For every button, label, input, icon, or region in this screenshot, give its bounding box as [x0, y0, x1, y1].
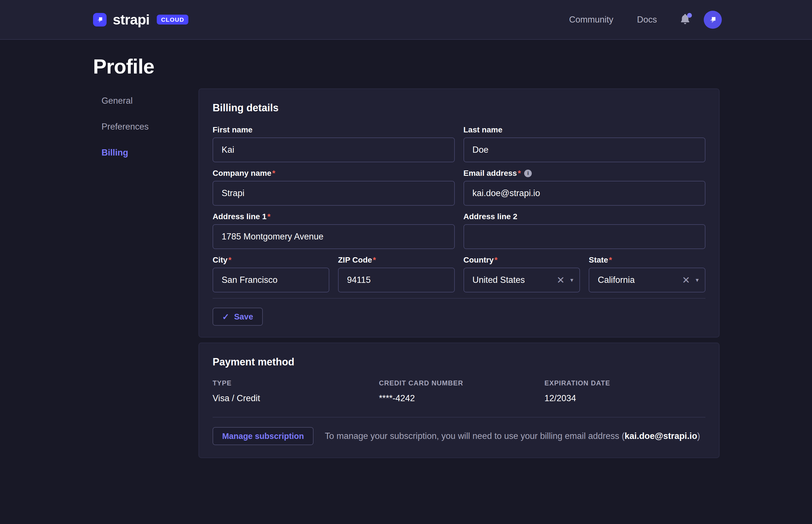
profile-side-nav: General Preferences Billing [93, 78, 198, 174]
chevron-down-icon[interactable]: ▾ [570, 277, 573, 283]
country-select-value: United States [473, 275, 525, 285]
state-select-value: California [598, 275, 635, 285]
sidebar-item-billing[interactable]: Billing [101, 148, 198, 158]
required-marker: * [373, 256, 376, 264]
notification-dot [687, 13, 692, 18]
main-column: Billing details First name Last name [198, 78, 719, 458]
company-name-label: Company name* [212, 168, 455, 178]
first-name-label: First name [212, 125, 455, 135]
field-company-name: Company name* [212, 168, 455, 206]
billing-email: kai.doe@strapi.io [624, 431, 697, 441]
field-address-line-2: Address line 2 [463, 212, 706, 249]
navbar: strapi CLOUD Community Docs [0, 0, 812, 40]
required-marker: * [495, 256, 498, 264]
nav-link-docs[interactable]: Docs [637, 15, 657, 25]
user-avatar[interactable] [704, 11, 722, 29]
brand-wordmark: strapi [113, 12, 149, 28]
state-label: State* [589, 255, 705, 265]
required-marker: * [272, 169, 275, 178]
payment-type-value: Visa / Credit [212, 393, 379, 404]
navbar-links: Community Docs [545, 11, 722, 29]
country-select[interactable]: United States ✕ ▾ [463, 268, 580, 292]
required-marker: * [267, 212, 270, 221]
card-divider [212, 298, 705, 299]
field-zip-code: ZIP Code* [338, 255, 455, 292]
field-address-line-1: Address line 1* [212, 212, 455, 249]
notifications-button[interactable] [679, 13, 691, 27]
email-address-label: Email address* i [463, 168, 706, 178]
manage-subscription-button[interactable]: Manage subscription [212, 427, 314, 445]
last-name-input[interactable] [463, 137, 706, 162]
payment-info-table: TYPE CREDIT CARD NUMBER EXPIRATION DATE … [212, 379, 705, 404]
chevron-down-icon[interactable]: ▾ [696, 277, 699, 283]
page-title: Profile [93, 55, 719, 78]
strapi-logo-icon[interactable] [93, 13, 107, 27]
brand-group: strapi CLOUD [93, 12, 188, 28]
sidebar-item-preferences[interactable]: Preferences [101, 122, 198, 132]
required-marker: * [518, 169, 521, 178]
required-marker: * [228, 256, 232, 264]
info-icon[interactable]: i [524, 169, 532, 177]
zip-code-label: ZIP Code* [338, 255, 455, 265]
card-divider [212, 417, 705, 417]
field-email-address: Email address* i [463, 168, 706, 206]
email-address-input[interactable] [463, 181, 706, 206]
check-icon: ✓ [222, 312, 229, 322]
address-line-1-input[interactable] [212, 224, 455, 249]
credit-card-number-value: ****-4242 [379, 393, 544, 404]
clear-icon[interactable]: ✕ [682, 275, 690, 285]
strapi-glyph [95, 15, 105, 24]
expiration-date-value: 12/2034 [544, 393, 705, 404]
field-state: State* California ✕ ▾ [589, 255, 705, 292]
field-city: City* [212, 255, 329, 292]
expiration-date-header: EXPIRATION DATE [544, 379, 705, 387]
payment-method-card: Payment method TYPE CREDIT CARD NUMBER E… [198, 343, 719, 458]
address-line-1-label: Address line 1* [212, 212, 455, 222]
subscription-note: To manage your subscription, you will ne… [325, 431, 700, 441]
field-country: Country* United States ✕ ▾ [463, 255, 580, 292]
page-content: Profile General Preferences Billing Bill… [0, 40, 812, 458]
address-line-2-label: Address line 2 [463, 212, 706, 222]
field-last-name: Last name [463, 125, 706, 162]
credit-card-number-header: CREDIT CARD NUMBER [379, 379, 544, 387]
save-button[interactable]: ✓ Save [212, 308, 263, 326]
city-label: City* [212, 255, 329, 265]
company-name-input[interactable] [212, 181, 455, 206]
field-first-name: First name [212, 125, 455, 162]
billing-details-card: Billing details First name Last name [198, 88, 719, 338]
clear-icon[interactable]: ✕ [557, 275, 565, 285]
country-label: Country* [463, 255, 580, 265]
state-select[interactable]: California ✕ ▾ [589, 268, 705, 292]
cloud-badge: CLOUD [157, 15, 188, 24]
city-input[interactable] [212, 268, 329, 292]
billing-details-title: Billing details [212, 102, 705, 114]
last-name-label: Last name [463, 125, 706, 135]
payment-type-header: TYPE [212, 379, 379, 387]
nav-link-community[interactable]: Community [569, 15, 614, 25]
required-marker: * [609, 256, 612, 264]
sidebar-item-general[interactable]: General [101, 96, 198, 105]
payment-method-title: Payment method [212, 356, 705, 368]
avatar-strapi-glyph [707, 14, 718, 25]
zip-code-input[interactable] [338, 268, 455, 292]
first-name-input[interactable] [212, 137, 455, 162]
address-line-2-input[interactable] [463, 224, 706, 249]
